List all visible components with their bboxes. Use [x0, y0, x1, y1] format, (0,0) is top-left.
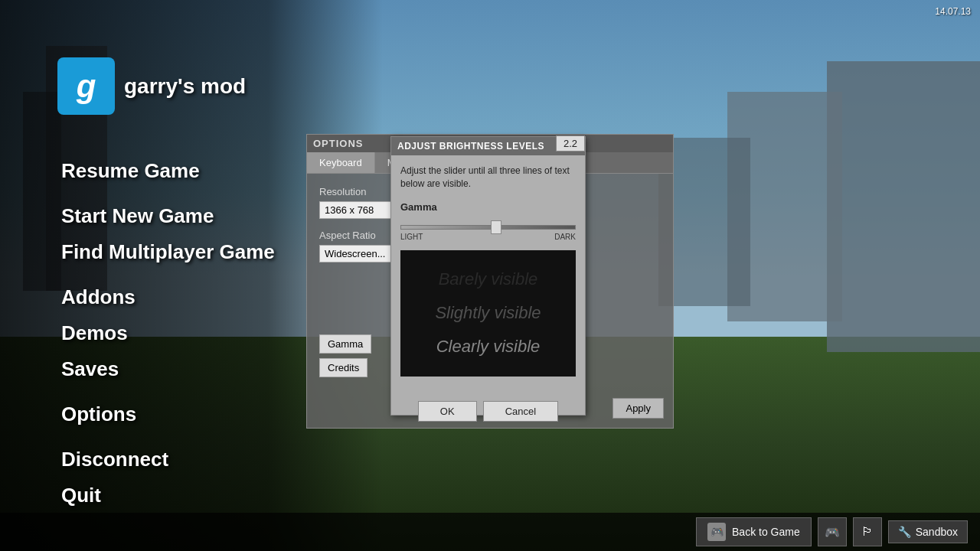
menu-options[interactable]: Options	[61, 396, 275, 432]
dialog-footer: OK Cancel	[391, 395, 585, 428]
gamma-slider[interactable]	[400, 225, 576, 230]
sandbox-label: Sandbox	[916, 526, 958, 538]
dialog-description: Adjust the slider until all three lines …	[400, 165, 576, 191]
dialog-title: ADJUST BRIGHTNESS LEVELS	[397, 141, 544, 152]
gamma-btn[interactable]: Gamma	[319, 334, 371, 354]
apply-btn[interactable]: Apply	[612, 398, 664, 419]
cancel-button[interactable]: Cancel	[483, 401, 558, 422]
menu-resume-game[interactable]: Resume Game	[61, 153, 275, 189]
sandbox-button[interactable]: 🔧 Sandbox	[888, 520, 968, 543]
tab-keyboard[interactable]: Keyboard	[307, 152, 375, 173]
preview-clearly-visible: Clearly visible	[436, 337, 541, 357]
gamma-slider-wrapper: LIGHT DARK	[400, 219, 576, 247]
logo-area: g garry's mod	[57, 57, 246, 115]
menu-demos[interactable]: Demos	[61, 315, 275, 351]
slider-dark-label: DARK	[554, 233, 576, 241]
slider-light-label: LIGHT	[400, 233, 423, 241]
gamma-label: Gamma	[400, 201, 576, 213]
bottom-bar: 🎮 Back to Game 🎮 🏳 🔧 Sandbox	[0, 513, 980, 551]
credits-btn[interactable]: Credits	[319, 358, 368, 377]
gamepad-icon-button[interactable]: 🎮	[818, 517, 847, 546]
wrench-icon: 🔧	[898, 526, 911, 538]
brightness-preview: Barely visible Slightly visible Clearly …	[400, 250, 576, 377]
main-menu: Resume Game Start New Game Find Multipla…	[61, 153, 275, 514]
menu-start-new-game[interactable]: Start New Game	[61, 198, 275, 234]
preview-slightly-visible: Slightly visible	[435, 303, 541, 323]
gamma-control-row: LIGHT DARK 2.2	[400, 219, 576, 247]
menu-saves[interactable]: Saves	[61, 351, 275, 387]
ok-button[interactable]: OK	[418, 401, 477, 422]
menu-find-multiplayer[interactable]: Find Multiplayer Game	[61, 234, 275, 270]
preview-barely-visible: Barely visible	[439, 269, 538, 289]
menu-addons[interactable]: Addons	[61, 279, 275, 315]
timestamp: 14.07.13	[935, 6, 971, 17]
menu-disconnect[interactable]: Disconnect	[61, 442, 275, 478]
options-footer-buttons: Apply	[612, 398, 664, 419]
gmod-logo-icon: g	[57, 57, 115, 115]
controller-icon: 🎮	[707, 523, 726, 541]
flag-icon-button[interactable]: 🏳	[853, 517, 882, 546]
building-right-1	[827, 61, 980, 352]
gamma-value-display: 2.2	[556, 135, 585, 152]
brightness-dialog: ADJUST BRIGHTNESS LEVELS ✕ Adjust the sl…	[390, 136, 586, 416]
dialog-body: Adjust the slider until all three lines …	[391, 155, 585, 395]
back-to-game-button[interactable]: 🎮 Back to Game	[696, 517, 812, 546]
menu-quit[interactable]: Quit	[61, 478, 275, 514]
back-to-game-label: Back to Game	[732, 526, 800, 538]
gmod-title: garry's mod	[124, 74, 246, 99]
